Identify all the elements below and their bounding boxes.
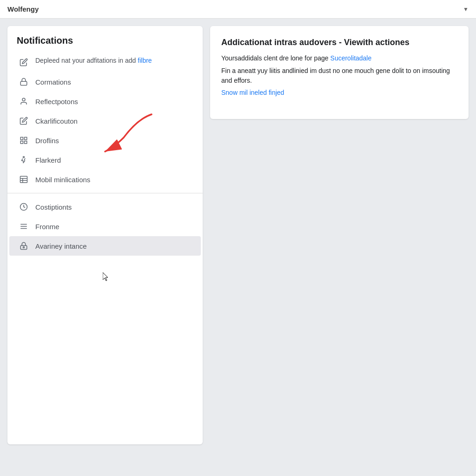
svg-rect-2 [20, 137, 23, 139]
svg-rect-15 [20, 245, 27, 249]
list-icon [19, 221, 29, 231]
description-prefix: Yoursaddidals clent dre lone for page [221, 54, 331, 62]
svg-point-6 [23, 157, 25, 158]
sidebar-item-avariney-intance[interactable]: Avariney intance [9, 236, 201, 256]
sidebar-item-label: Droflins [35, 137, 59, 145]
sidebar-item-costiptionts[interactable]: Costiptionts [9, 197, 201, 217]
table-icon [19, 174, 29, 185]
lock-person-icon [19, 241, 29, 251]
lock-icon [19, 77, 29, 87]
sidebar-item-label: Cormations [35, 78, 71, 86]
depleed-text: Depleed nat your adfitations in add [35, 57, 138, 64]
svg-rect-0 [20, 81, 27, 85]
clock-icon [19, 202, 29, 212]
sidebar-item-ckarlificouton[interactable]: Ckarlificouton [9, 111, 201, 131]
pencil-icon [19, 57, 29, 67]
content-title: Addicationat intras audovers - Viewith a… [221, 37, 457, 48]
svg-rect-7 [20, 176, 27, 183]
content-sub-text: Fin a aneatt yuy liitis andlinied im dus… [221, 66, 457, 86]
person-walk-icon [19, 155, 29, 165]
page-link[interactable]: Sucerolitadale [331, 54, 372, 62]
sidebar-item-label: Ckarlificouton [35, 117, 78, 125]
top-bar: Wolfengy ▼ [0, 0, 476, 19]
svg-rect-4 [20, 141, 23, 144]
sidebar-item-label: Avariney intance [35, 242, 87, 250]
sidebar-item-label: Fronme [35, 223, 60, 231]
depleed-link[interactable]: filbre [138, 57, 152, 64]
sidebar-item-label: Reflectpotons [35, 98, 78, 106]
sidebar-item-label: Flarkerd [35, 156, 61, 164]
sidebar-item-droflins[interactable]: Droflins [9, 131, 201, 150]
sidebar-title: Notifications [7, 26, 203, 52]
content-action-link[interactable]: Snow mil ineled finjed [221, 89, 284, 96]
sidebar: Notifications Depleed nat your adfitatio… [7, 26, 203, 444]
svg-point-1 [22, 98, 25, 101]
chevron-down-icon: ▼ [463, 6, 469, 13]
pencil2-icon [19, 116, 29, 126]
sidebar-item-depleed[interactable]: Depleed nat your adfitations in add filb… [9, 52, 201, 72]
sidebar-item-mobil-minlications[interactable]: Mobil minlications [9, 170, 201, 189]
svg-point-16 [23, 247, 25, 248]
sidebar-item-fronme[interactable]: Fronme [9, 217, 201, 236]
svg-rect-5 [25, 141, 27, 144]
sidebar-item-label: Mobil minlications [35, 176, 90, 184]
content-description: Yoursaddidals clent dre lone for page Su… [221, 53, 457, 63]
grid-icon [19, 135, 29, 145]
svg-rect-3 [25, 137, 27, 139]
content-panel: Addicationat intras audovers - Viewith a… [210, 26, 469, 119]
sidebar-item-flarkerd[interactable]: Flarkerd [9, 150, 201, 170]
sidebar-item-cormations[interactable]: Cormations [9, 72, 201, 92]
sidebar-item-reflectpotons[interactable]: Reflectpotons [9, 92, 201, 111]
sidebar-item-label: Costiptionts [35, 203, 72, 211]
brand-label: Wolfengy [7, 5, 39, 13]
person-icon [19, 96, 29, 106]
